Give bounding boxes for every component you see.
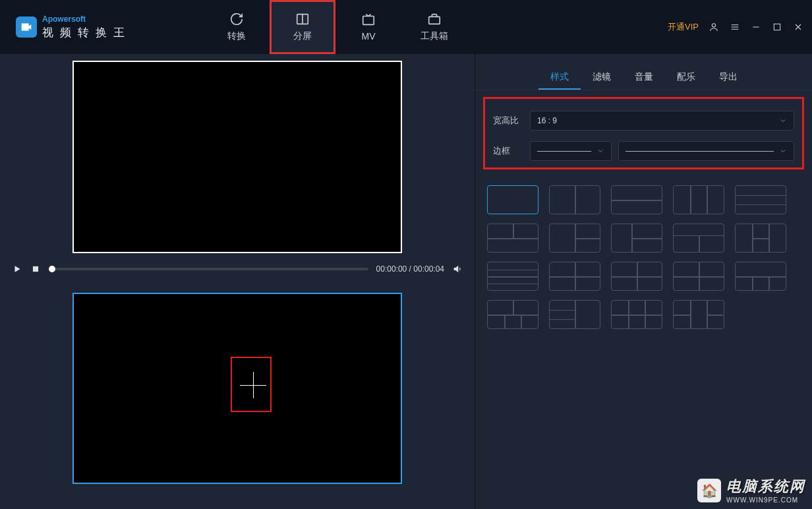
layout-4row[interactable] [487,262,538,291]
vip-link[interactable]: 开通VIP [668,21,699,33]
border-label: 边框 [493,145,522,157]
layout-3col-b[interactable] [735,224,786,253]
layout-t-left[interactable] [611,224,662,253]
side-tab-export[interactable]: 导出 [707,66,749,90]
tab-convert[interactable]: 转换 [204,0,270,54]
border-width-select[interactable] [530,141,612,161]
refresh-icon [229,12,244,26]
layout-2row[interactable] [611,185,662,214]
progress-knob[interactable] [49,266,55,272]
progress-bar[interactable] [49,268,368,270]
close-button[interactable] [792,21,804,33]
tab-toolbox[interactable]: 工具箱 [401,0,467,54]
layout-mix1[interactable] [611,262,662,291]
toolbox-icon [427,12,442,26]
side-tab-music[interactable]: 配乐 [665,66,707,90]
aspect-ratio-select[interactable]: 16 : 9 [530,111,794,131]
watermark-url: WWW.WIN9PE.COM [726,496,805,504]
app-title: 视频转换王 [42,25,131,40]
border-width-sample [537,151,591,152]
side-tab-style[interactable]: 样式 [538,66,581,90]
svg-point-4 [712,24,715,27]
aspect-ratio-value: 16 : 9 [537,116,557,125]
tab-convert-label: 转换 [227,30,246,42]
layout-l-left[interactable] [549,224,600,253]
side-tab-volume[interactable]: 音量 [623,66,665,90]
layout-mix6[interactable] [611,300,662,329]
tab-split-label: 分屏 [293,30,312,42]
chevron-down-icon [779,117,787,125]
layout-3row[interactable] [735,185,786,214]
layout-2x2[interactable] [549,262,600,291]
side-tab-filter[interactable]: 滤镜 [581,66,623,90]
video-preview[interactable] [72,61,402,253]
layout-mix4[interactable] [487,300,538,329]
brand-name: Apowersoft [42,15,131,24]
layout-mix2[interactable] [673,262,724,291]
chevron-down-icon [779,147,787,155]
tab-mv-label: MV [362,31,376,42]
layout-mix7[interactable] [673,300,724,329]
border-style-sample [625,151,774,152]
svg-rect-2 [363,16,374,25]
tab-toolbox-label: 工具箱 [420,30,448,42]
layout-mix5[interactable] [549,300,600,329]
split-editor-area[interactable] [72,293,402,484]
play-button[interactable] [12,264,22,274]
svg-rect-3 [429,16,440,24]
tab-mv[interactable]: MV [335,0,401,54]
minimize-button[interactable] [750,21,762,33]
border-style-select[interactable] [618,141,794,161]
watermark-text: 电脑系统网 [726,477,805,496]
mv-icon [361,13,376,27]
layout-single[interactable] [487,185,538,214]
settings-highlight-box: 宽高比 16 : 9 边框 [483,97,804,169]
menu-icon[interactable] [729,21,741,33]
stop-button[interactable] [30,264,41,274]
layout-2col[interactable] [549,185,600,214]
volume-button[interactable] [452,264,463,274]
watermark: 🏠 电脑系统网 WWW.WIN9PE.COM [697,477,805,504]
app-logo: Apowersoft 视频转换王 [8,15,131,40]
time-display: 00:00:00 / 00:00:04 [376,264,444,274]
layout-t-top[interactable] [673,224,724,253]
layout-l-top[interactable] [487,224,538,253]
aspect-ratio-label: 宽高比 [493,115,522,127]
split-screen-icon [295,12,310,26]
logo-icon [16,16,37,38]
maximize-button[interactable] [771,21,783,33]
layout-3col[interactable] [673,185,724,214]
tab-split[interactable]: 分屏 [270,0,335,54]
svg-rect-12 [33,266,38,272]
layout-mix3[interactable] [735,262,786,291]
svg-rect-9 [774,24,780,30]
chevron-down-icon [596,147,604,155]
watermark-icon: 🏠 [697,479,721,502]
add-media-plus-icon[interactable] [240,372,266,398]
user-icon[interactable] [708,21,720,33]
